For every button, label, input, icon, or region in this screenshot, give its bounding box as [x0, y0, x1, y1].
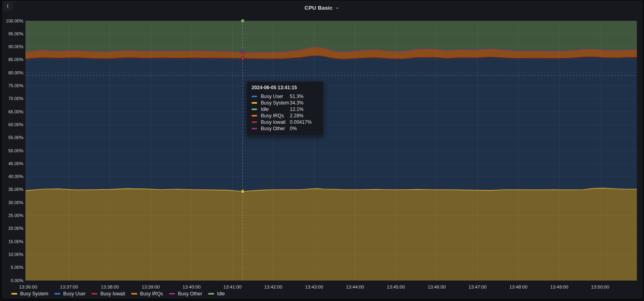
- y-axis-label: 70.00%: [0, 96, 23, 101]
- legend-swatch: [169, 293, 175, 295]
- legend-item-busy-irqs[interactable]: Busy IRQs: [131, 291, 163, 297]
- crosshair-dot-busy-iowait: [241, 57, 244, 60]
- legend-label: Busy IRQs: [140, 291, 163, 297]
- tooltip-series-label: Idle: [261, 106, 290, 112]
- x-axis-label: 13:43:00: [296, 285, 333, 289]
- y-axis-label: 50.00%: [0, 148, 23, 154]
- legend-label: Busy Other: [178, 291, 202, 297]
- legend-swatch: [54, 293, 60, 295]
- grafana-panel: i CPU Basic 100.00%95.00%90.00%85.00%80.…: [0, 0, 644, 301]
- y-axis-label: 55.00%: [0, 135, 23, 140]
- legend-label: Busy User: [63, 291, 85, 297]
- x-axis-label: 13:50:00: [582, 285, 619, 289]
- y-axis-label: 65.00%: [0, 109, 23, 115]
- x-axis-label: 13:41:00: [214, 285, 251, 289]
- tooltip-series-label: Busy User: [261, 94, 290, 99]
- y-axis-label: 85.00%: [0, 57, 23, 62]
- y-axis-label: 10.00%: [0, 252, 23, 257]
- y-axis-label: 90.00%: [0, 44, 23, 49]
- tooltip-swatch: [252, 109, 257, 110]
- x-axis-label: 13:44:00: [336, 285, 374, 289]
- legend-item-busy-user[interactable]: Busy User: [54, 291, 85, 297]
- tooltip-swatch: [252, 121, 257, 123]
- tooltip-row-idle: Idle12.1%: [252, 106, 318, 113]
- legend-swatch: [208, 293, 214, 295]
- crosshair-dot-idle: [241, 19, 244, 23]
- tooltip-row-busy-system: Busy System34.3%: [252, 100, 318, 106]
- legend-swatch: [131, 293, 137, 295]
- info-icon: i: [7, 3, 8, 9]
- tooltip-series-value: 0%: [290, 126, 297, 131]
- tooltip-rows: Busy User51.3%Busy System34.3%Idle12.1%B…: [252, 93, 318, 132]
- y-axis-label: 0.00%: [0, 278, 23, 283]
- legend-label: Busy System: [20, 291, 48, 297]
- chart-grid: [25, 21, 637, 281]
- y-axis-label: 30.00%: [0, 200, 23, 205]
- x-axis-label: 13:47:00: [459, 285, 496, 289]
- x-axis-label: 13:46:00: [418, 285, 455, 289]
- tooltip-series-label: Busy System: [261, 100, 290, 106]
- area-idle: [25, 21, 637, 53]
- legend-item-idle[interactable]: Idle: [208, 291, 225, 297]
- panel-title: CPU Basic: [304, 5, 332, 11]
- tooltip-row-busy-other: Busy Other0%: [252, 125, 318, 132]
- y-axis-label: 95.00%: [0, 31, 23, 37]
- legend-label: Idle: [217, 291, 225, 297]
- chart-tooltip: 2024-06-05 13:41:15 Busy User51.3%Busy S…: [246, 81, 324, 136]
- tooltip-swatch: [252, 128, 257, 129]
- cpu-usage-chart[interactable]: [0, 0, 644, 301]
- y-axis-label: 20.00%: [0, 226, 23, 231]
- x-axis-label: 13:38:00: [91, 285, 128, 289]
- y-axis-label: 80.00%: [0, 70, 23, 76]
- x-axis-label: 13:42:00: [255, 285, 292, 289]
- legend-item-busy-other[interactable]: Busy Other: [169, 291, 202, 297]
- x-axis-label: 13:45:00: [378, 285, 415, 289]
- crosshair-dot-busy-system: [241, 190, 244, 193]
- tooltip-swatch: [252, 115, 257, 117]
- tooltip-series-value: 34.3%: [290, 100, 303, 106]
- tooltip-series-value: 2.28%: [290, 113, 303, 119]
- y-axis-label: 45.00%: [0, 161, 23, 166]
- legend-swatch: [91, 293, 97, 295]
- tooltip-series-value: 51.3%: [290, 94, 303, 99]
- tooltip-series-label: Busy IRQs: [261, 113, 290, 119]
- tooltip-row-busy-irqs: Busy IRQs2.28%: [252, 113, 318, 119]
- tooltip-series-label: Busy Iowait: [261, 119, 290, 125]
- chart-legend: Busy SystemBusy UserBusy IowaitBusy IRQs…: [11, 291, 225, 297]
- legend-swatch: [11, 293, 17, 295]
- chevron-down-icon: [335, 6, 340, 10]
- x-axis-label: 13:36:00: [10, 285, 47, 289]
- y-axis-label: 25.00%: [0, 213, 23, 218]
- y-axis-label: 5.00%: [0, 265, 23, 270]
- tooltip-swatch: [252, 102, 257, 104]
- legend-label: Busy Iowait: [100, 291, 125, 297]
- tooltip-series-value: 0.00417%: [290, 119, 312, 125]
- tooltip-swatch: [252, 96, 257, 97]
- x-axis-label: 13:39:00: [132, 285, 169, 289]
- x-axis-label: 13:49:00: [541, 285, 578, 289]
- x-axis-label: 13:40:00: [173, 285, 210, 289]
- tooltip-series-label: Busy Other: [261, 126, 290, 131]
- area-busy-user: [25, 56, 637, 192]
- legend-item-busy-system[interactable]: Busy System: [11, 291, 48, 297]
- tooltip-row-busy-user: Busy User51.3%: [252, 93, 318, 100]
- y-axis-label: 35.00%: [0, 187, 23, 192]
- y-axis-label: 100.00%: [0, 18, 23, 24]
- crosshair-dot-busy-other: [241, 51, 244, 54]
- tooltip-timestamp: 2024-06-05 13:41:15: [252, 85, 318, 90]
- tooltip-series-value: 12.1%: [290, 106, 303, 112]
- tooltip-row-busy-iowait: Busy Iowait0.00417%: [252, 119, 318, 125]
- y-axis-label: 60.00%: [0, 122, 23, 127]
- x-axis-label: 13:48:00: [500, 285, 537, 289]
- y-axis-label: 40.00%: [0, 174, 23, 179]
- y-axis-label: 75.00%: [0, 83, 23, 88]
- area-busy-system: [25, 188, 637, 281]
- panel-info-corner[interactable]: i: [2, 1, 13, 11]
- panel-title-menu[interactable]: CPU Basic: [0, 5, 644, 11]
- legend-item-busy-iowait[interactable]: Busy Iowait: [91, 291, 125, 297]
- y-axis-label: 15.00%: [0, 239, 23, 244]
- x-axis-label: 13:37:00: [51, 285, 88, 289]
